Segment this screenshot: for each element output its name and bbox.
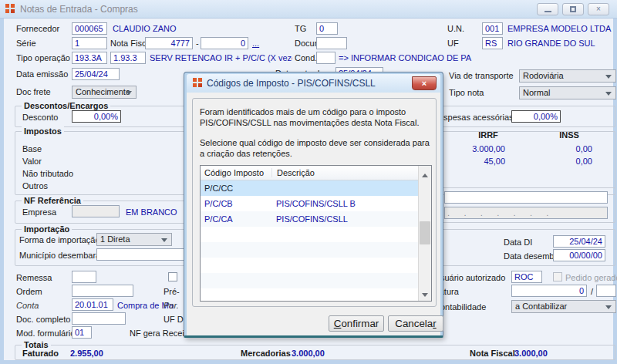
contabilidade-dropdown[interactable]: a Contabilizar	[511, 300, 616, 313]
tipo-operacao-code1-field[interactable]: 193.3A	[72, 52, 107, 64]
via-transporte-dropdown[interactable]: Rodoviária	[519, 69, 616, 83]
empresa-field[interactable]	[72, 205, 120, 217]
close-button[interactable]: ×	[588, 3, 609, 15]
fatura-field-2[interactable]	[596, 285, 616, 297]
mod-formulario-label: Mod. formulário	[16, 329, 75, 338]
aux-masked-field: . . . . . . .	[444, 207, 608, 219]
uf-d-label: UF D	[164, 315, 184, 324]
app-icon	[5, 4, 15, 14]
dialog-message-2: Selecione qual código de imposto deve se…	[200, 137, 430, 159]
tipo-operacao-desc: SERV RETENCAO IR + P/C/C (X veze	[150, 53, 292, 62]
tg-label: TG	[295, 24, 306, 33]
confirmar-button[interactable]: Confirmar	[329, 315, 384, 332]
conta-label: Conta	[16, 301, 39, 310]
imposto-row[interactable]: P/C/CA PIS/COFINS/CSLL	[201, 211, 418, 227]
tipo-operacao-code2-field[interactable]: 1.93.3	[110, 52, 146, 64]
un-label: U.N.	[447, 24, 464, 33]
descricao-column-header[interactable]: Descrição	[271, 168, 315, 177]
imposto-row[interactable]: P/C/CB PIS/COFINS/CSLL B	[201, 196, 418, 211]
desconto-label: Desconto	[22, 113, 58, 122]
municipio-desembaraco-field[interactable]	[96, 248, 185, 261]
uf-label: UF	[447, 39, 459, 48]
ordem-label: Ordem	[16, 287, 42, 296]
pedido-gerado-label: Pedido gerado	[565, 273, 617, 282]
data-emissao-field[interactable]: 25/04/24	[72, 68, 120, 80]
minimize-button[interactable]	[537, 3, 558, 15]
nota-fiscal-field[interactable]: 4777	[145, 37, 193, 49]
fatura-field[interactable]: 0	[511, 285, 587, 297]
imposto-row-selected[interactable]: P/C/CC	[201, 180, 418, 196]
un-name: EMPRESA MODELO LTDA	[507, 24, 611, 33]
forma-importacao-dropdown[interactable]: 1 Direta	[96, 233, 172, 246]
irrf-base: 3.000,00	[443, 144, 505, 153]
fornecedor-name: CLAUDIO ZANO	[113, 24, 177, 33]
nota-fiscal-total-label: Nota Fiscal	[470, 349, 515, 358]
irrf-column-header: IRRF	[457, 130, 519, 140]
mercadorias-label: Mercadorias	[241, 349, 291, 358]
doc-completo-field[interactable]	[72, 312, 126, 325]
data-desembaraco-field[interactable]: 00/00/00	[553, 249, 605, 261]
imposto-row-label: Outros	[22, 181, 48, 190]
fornecedor-label: Fornecedor	[16, 24, 59, 33]
un-code-field[interactable]: 001	[482, 22, 503, 35]
tipo-nota-dropdown[interactable]: Normal	[519, 86, 616, 99]
usuario-autorizado-field[interactable]: ROC	[511, 271, 542, 283]
aux-input[interactable]	[444, 191, 608, 204]
usuario-autorizado-label: Usuário autorizado	[434, 273, 505, 282]
doc-frete-label: Doc frete	[16, 87, 51, 96]
irrf-valor: 45,00	[443, 157, 505, 166]
despesas-field[interactable]: 0,00%	[511, 110, 561, 123]
maximize-button[interactable]	[562, 3, 584, 15]
scroll-down-button[interactable]	[419, 288, 431, 301]
dialog-body: Foram identificados mais de um código pa…	[187, 93, 440, 335]
codigos-imposto-dialog: Códigos de Imposto - PIS/COFINS/CSLL × F…	[184, 72, 443, 338]
desconto-field[interactable]: 0,00%	[72, 110, 121, 123]
list-scrollbar[interactable]	[418, 166, 431, 301]
data-emissao-label: Data emissão	[16, 69, 68, 79]
imposto-row-label: Não tributado	[22, 169, 73, 178]
serie-field[interactable]: 1	[72, 37, 107, 49]
dialog-title: Códigos de Imposto - PIS/COFINS/CSLL	[207, 78, 376, 89]
mod-formulario-field[interactable]: 01	[72, 326, 92, 339]
scrollbar-thumb[interactable]	[420, 221, 430, 244]
scroll-up-button[interactable]	[419, 166, 431, 179]
uf-code-field[interactable]: RS	[482, 37, 503, 49]
imposto-list: Código Imposto Descrição P/C/CC P/C/CB P…	[200, 165, 432, 302]
data-di-field[interactable]: 25/04/24	[553, 235, 605, 248]
pedido-gerado-checkbox[interactable]	[553, 272, 562, 281]
imposto-row-label: Base	[22, 144, 42, 153]
conta-field[interactable]: 20.01.01	[72, 298, 113, 311]
more-link[interactable]: ...	[252, 39, 259, 48]
descontos-title: Descontos/Encargos	[22, 101, 110, 110]
dialog-close-button[interactable]: ×	[412, 76, 437, 90]
tg-field[interactable]: 0	[316, 22, 338, 35]
remessa-label: Remessa	[16, 273, 52, 282]
imposto-list-header: Código Imposto Descrição	[201, 166, 418, 180]
data-di-label: Data DI	[504, 238, 532, 247]
tipo-operacao-label: Tipo operação	[16, 53, 70, 62]
empresa-label: Empresa	[22, 207, 56, 217]
nota-fiscal-sub-field[interactable]: 0	[201, 37, 248, 49]
empresa-desc: EM BRANCO	[126, 207, 177, 217]
fornecedor-code-field[interactable]: 000065	[72, 22, 107, 35]
doc-frete-dropdown[interactable]: Conhecimento	[72, 86, 137, 99]
mercadorias-value: 3.000,00	[292, 349, 325, 358]
nf-referencia-title: NF Referência	[22, 196, 83, 205]
ordem-field[interactable]	[72, 285, 133, 297]
codigo-column-header[interactable]: Código Imposto	[204, 168, 264, 177]
fatura-separator: /	[591, 287, 593, 296]
via-transporte-label: Via de transporte	[449, 71, 514, 80]
remessa-field[interactable]	[72, 271, 96, 283]
documento-field[interactable]	[316, 37, 347, 49]
dialog-titlebar: Códigos de Imposto - PIS/COFINS/CSLL ×	[187, 74, 440, 93]
cond-pag-field[interactable]	[316, 52, 335, 64]
imposto-row-label: Valor	[22, 157, 42, 166]
cond-pag-hint: => INFORMAR CONDICAO DE PA	[339, 53, 471, 62]
remessa-checkbox[interactable]	[168, 272, 177, 281]
tipo-nota-label: Tipo nota	[449, 88, 484, 97]
nota-fiscal-dash: -	[196, 39, 199, 48]
faturado-value: 2.955,00	[70, 349, 103, 358]
cancelar-button[interactable]: Cancelar	[388, 315, 443, 332]
por-label: Por.	[164, 301, 179, 310]
inss-base: 0,00	[538, 144, 592, 153]
